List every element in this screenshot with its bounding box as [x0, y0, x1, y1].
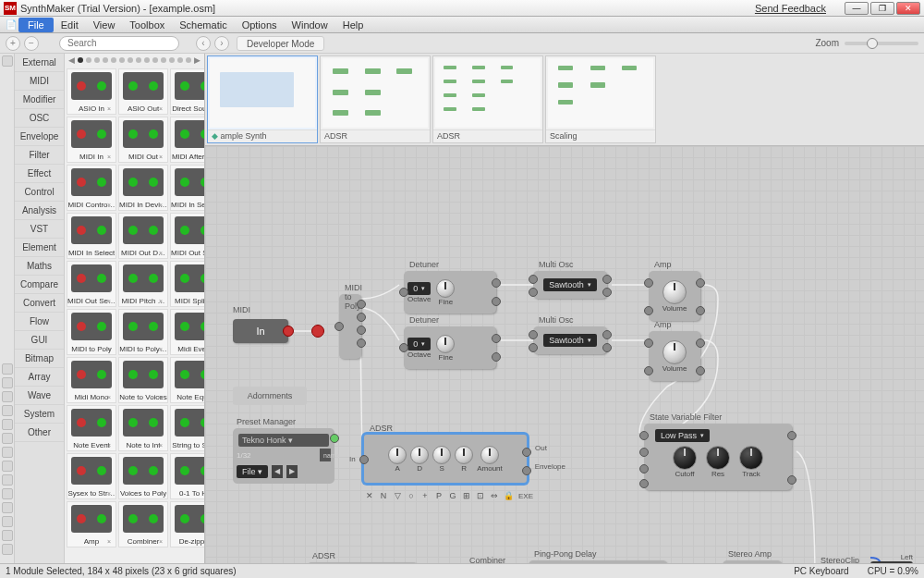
palette-item-close[interactable]: ×	[107, 394, 115, 401]
cat-array[interactable]: Array	[15, 368, 64, 387]
palette-item[interactable]: MIDI Out×	[118, 117, 168, 163]
cat-convert[interactable]: Convert	[15, 294, 64, 313]
adsr-r-knob[interactable]	[455, 446, 473, 464]
preset-prev[interactable]: ◀	[272, 465, 283, 478]
adsr-a-knob[interactable]	[388, 446, 407, 464]
ti-circ[interactable]: ○	[406, 490, 417, 501]
send-feedback-link[interactable]: Send Feedback	[755, 3, 826, 14]
palette-item-close[interactable]: ×	[159, 105, 166, 113]
ti-g[interactable]: G	[447, 490, 458, 501]
menu-toolbox[interactable]: Toolbox	[122, 18, 172, 32]
ti-tri[interactable]: ▽	[392, 490, 403, 501]
menu-window[interactable]: Window	[285, 18, 335, 32]
palette-item[interactable]: 0-1 To Hz×	[170, 453, 205, 499]
nav-next-button[interactable]: ›	[214, 36, 229, 51]
minimize-button[interactable]: —	[845, 2, 869, 15]
cat-external[interactable]: External	[15, 54, 64, 72]
palette-item-close[interactable]: ×	[107, 490, 115, 498]
toolicon[interactable]	[2, 516, 13, 527]
palette-item[interactable]: Sysex to Str…×	[67, 453, 116, 499]
toolicon[interactable]	[2, 419, 13, 430]
multiosc2-wave[interactable]: Sawtooth	[543, 334, 597, 347]
nav-card-0[interactable]: ◆ ample Synth	[207, 55, 318, 143]
svf-cutoff-knob[interactable]	[673, 446, 697, 470]
nav-back-button[interactable]: +	[6, 36, 20, 51]
palette-item[interactable]: MIDI Out D…×	[118, 213, 168, 259]
close-button[interactable]: ✕	[896, 2, 920, 15]
developer-mode-toggle[interactable]: Developer Mode	[237, 36, 324, 51]
adsr-amount-knob[interactable]	[480, 446, 499, 464]
detuner1-fine-knob[interactable]	[436, 279, 455, 298]
palette-item-close[interactable]: ×	[107, 105, 115, 113]
palette-item-close[interactable]: ×	[159, 394, 166, 401]
cat-compare[interactable]: Compare	[15, 276, 64, 294]
ti-sq[interactable]: ⊡	[475, 490, 486, 501]
nav-prev-button[interactable]: ‹	[196, 36, 211, 51]
adsr-s-knob[interactable]	[432, 446, 451, 464]
ti-lock[interactable]: 🔒	[503, 490, 514, 501]
cat-gui[interactable]: GUI	[15, 331, 64, 350]
palette-item-close[interactable]: ×	[159, 490, 166, 498]
palette-item-close[interactable]: ×	[107, 442, 115, 449]
amp-2-node[interactable]: Amp Volume	[649, 331, 700, 381]
svf-track-knob[interactable]	[739, 446, 763, 470]
cat-control[interactable]: Control	[15, 183, 64, 202]
palette-item-close[interactable]: ×	[159, 154, 166, 161]
preset-name[interactable]: Tekno Honk ▾	[238, 434, 329, 447]
palette-item-close[interactable]: ×	[159, 298, 166, 305]
ti-exe[interactable]: EXE	[517, 490, 535, 501]
search-input[interactable]	[59, 36, 179, 51]
palette-item[interactable]: Amp×	[67, 501, 116, 547]
palette-item-close[interactable]: ×	[159, 202, 166, 209]
palette-item[interactable]: MIDI Pitch …×	[118, 261, 168, 307]
palette-page-dots[interactable]: ◀ ▶	[65, 54, 204, 67]
preset-manager-node[interactable]: Preset Manager Tekno Honk ▾ 1/32 name Fi…	[233, 428, 334, 484]
nav-card-3[interactable]: Scaling	[545, 55, 656, 143]
svf-type-dropdown[interactable]: Low Pass	[655, 429, 710, 442]
palette-item[interactable]: Voices to Poly×	[118, 453, 168, 499]
cat-osc[interactable]: OSC	[15, 109, 64, 128]
detuner2-octave-value[interactable]: 0	[407, 338, 431, 350]
delay-node[interactable]: Ping-Pong Delay Delay Feed Mix OFF ON	[529, 560, 667, 563]
toolicon[interactable]	[2, 530, 13, 541]
toolicon[interactable]	[2, 474, 13, 486]
zoom-slider[interactable]	[845, 42, 918, 45]
menu-view[interactable]: View	[86, 18, 123, 32]
multiosc-2-node[interactable]: Multi Osc Sawtooth	[533, 326, 607, 354]
palette-item-close[interactable]: ×	[107, 202, 115, 209]
midi-out-port[interactable]	[283, 326, 294, 337]
cat-envelope[interactable]: Envelope	[15, 128, 64, 146]
palette-item[interactable]: MIDI Out Se…×	[170, 213, 205, 259]
toolicon[interactable]	[2, 433, 13, 444]
cat-other[interactable]: Other	[15, 424, 64, 442]
menu-schematic[interactable]: Schematic	[172, 18, 234, 32]
toolicon[interactable]	[2, 488, 13, 499]
detuner2-fine-knob[interactable]	[436, 335, 455, 353]
palette-item[interactable]: Note to Voices×	[118, 357, 168, 403]
cat-wave[interactable]: Wave	[15, 387, 64, 405]
palette-item[interactable]: MIDI In×	[67, 117, 116, 163]
palette-item-close[interactable]: ×	[159, 442, 166, 449]
svf-res-knob[interactable]	[706, 446, 730, 470]
nav-card-2[interactable]: ADSR	[432, 55, 543, 143]
palette-item[interactable]: Note to Int×	[118, 405, 168, 451]
nav-card-1[interactable]: ADSR	[320, 55, 431, 143]
palette-item[interactable]: ASIO In×	[67, 68, 116, 115]
palette-item[interactable]: MIDI Contro…×	[67, 165, 116, 211]
menu-options[interactable]: Options	[235, 18, 285, 32]
nav-minus-button[interactable]: −	[24, 36, 39, 51]
cat-bitmap[interactable]: Bitmap	[15, 350, 64, 368]
palette-item[interactable]: MIDI to Poly…×	[118, 309, 168, 355]
amp1-volume-knob[interactable]	[663, 280, 687, 304]
toolicon[interactable]	[2, 405, 13, 416]
cat-vst[interactable]: VST	[15, 220, 64, 239]
amp-1-node[interactable]: Amp Volume	[649, 271, 700, 321]
cat-element[interactable]: Element	[15, 239, 64, 257]
multiosc1-wave[interactable]: Sawtooth	[543, 278, 597, 291]
ti-plus[interactable]: +	[419, 490, 431, 501]
palette-item[interactable]: MIDI In Select×	[67, 213, 116, 259]
palette-item-close[interactable]: ×	[159, 346, 166, 353]
preset-file-button[interactable]: File ▾	[237, 465, 268, 478]
schematic-canvas[interactable]: MIDI In MIDI to Poly Detuner 0 Octave	[205, 146, 924, 563]
palette-item-close[interactable]: ×	[107, 154, 115, 161]
